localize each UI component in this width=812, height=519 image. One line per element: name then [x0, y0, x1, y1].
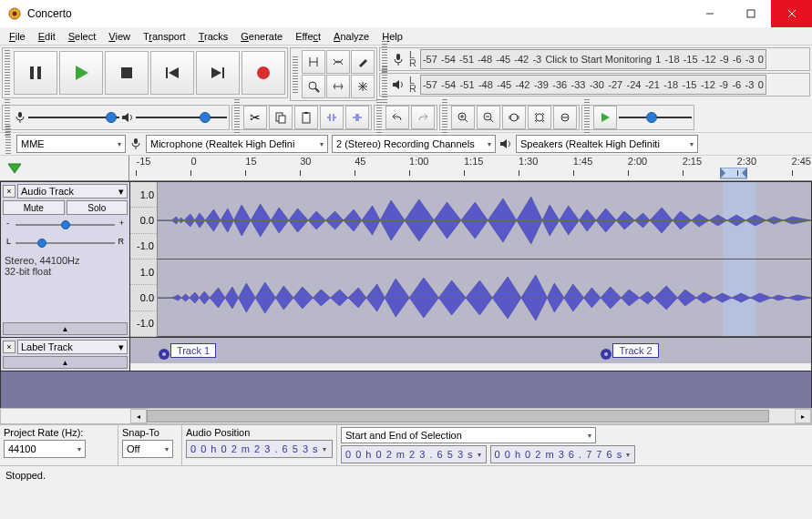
fit-selection-button[interactable] [502, 106, 526, 129]
loop-region-marker[interactable] [720, 168, 747, 180]
toolbar-grip[interactable] [442, 99, 447, 136]
menu-tracks[interactable]: Tracks [193, 29, 234, 44]
play-at-speed-button[interactable] [593, 106, 617, 129]
paste-button[interactable] [294, 106, 318, 129]
track-menu-button[interactable]: Label Track▾ [17, 340, 128, 354]
toolbar-grip[interactable] [234, 99, 240, 136]
maximize-button[interactable] [730, 0, 771, 27]
timeline-ruler[interactable]: -1501530451:001:151:301:452:002:152:302:… [0, 156, 812, 181]
skip-start-button[interactable] [150, 51, 194, 95]
playback-volume-slider[interactable] [136, 109, 227, 126]
gain-slider[interactable]: -+ [6, 219, 124, 231]
close-button[interactable] [771, 0, 812, 27]
tracks-empty-area[interactable] [0, 371, 812, 408]
minimize-button[interactable] [689, 0, 730, 27]
audio-position-field[interactable]: 0 0 h 0 2 m 2 3 . 6 5 3 s▾ [186, 440, 333, 458]
redo-button[interactable] [411, 106, 435, 129]
menu-edit[interactable]: Edit [33, 29, 61, 44]
scroll-right-button[interactable]: ▸ [795, 409, 811, 423]
label-marker[interactable]: Track 1 [158, 340, 216, 361]
recording-device-combo[interactable]: Microphone (Realtek High Defini▾ [146, 135, 328, 153]
toolbar-grip[interactable] [5, 50, 10, 96]
envelope-tool[interactable] [326, 50, 350, 74]
recording-meter-bar[interactable]: -57-54-51-48-45-42-3 Click to Start Moni… [420, 49, 766, 69]
toolbar-grip[interactable] [376, 99, 382, 136]
ruler-tick: 2:45 [792, 156, 811, 167]
label-marker[interactable]: Track 2 [600, 340, 658, 361]
cut-button[interactable]: ✂ [243, 106, 267, 129]
playback-meter-bar[interactable]: -57-54-51-48-45-42-39-36-33-30-27-24-21-… [420, 75, 766, 95]
scroll-left-button[interactable]: ◂ [130, 409, 147, 423]
recording-volume-slider[interactable] [28, 109, 119, 126]
project-rate-combo[interactable]: 44100▾ [4, 440, 86, 458]
toolbar-grip[interactable] [382, 66, 387, 103]
pause-button[interactable] [14, 51, 57, 95]
stop-button[interactable] [105, 51, 149, 95]
timeshift-tool[interactable] [326, 75, 350, 98]
trim-button[interactable] [320, 106, 344, 129]
menu-analyze[interactable]: Analyze [328, 29, 375, 44]
mute-button[interactable]: Mute [3, 200, 65, 215]
undo-toolbar [374, 105, 437, 130]
scroll-track[interactable] [147, 409, 795, 423]
zoom-in-button[interactable] [451, 106, 475, 129]
menu-view[interactable]: View [103, 29, 136, 44]
waveform-area[interactable] [158, 182, 811, 337]
track-menu-button[interactable]: Audio Track▾ [17, 184, 128, 198]
svg-point-14 [257, 66, 270, 79]
copy-button[interactable] [269, 106, 293, 129]
edit-toolbar: ✂ [231, 105, 372, 130]
silence-button[interactable] [345, 106, 369, 129]
toolbar-row-1: LR -57-54-51-48-45-42-3 Click to Start M… [0, 46, 812, 103]
recording-channels-combo[interactable]: 2 (Stereo) Recording Channels▾ [332, 135, 496, 153]
label-text[interactable]: Track 2 [612, 343, 658, 358]
undo-button[interactable] [385, 106, 409, 129]
selection-end-field[interactable]: 0 0 h 0 2 m 3 6 . 7 7 6 s▾ [490, 445, 636, 463]
solo-button[interactable]: Solo [67, 200, 128, 215]
record-button[interactable] [242, 51, 285, 95]
meter-lr-label: LR [407, 51, 418, 67]
scroll-thumb[interactable] [147, 410, 769, 422]
label-track-body[interactable]: Track 1 Track 2 [130, 338, 811, 363]
svg-marker-38 [8, 164, 21, 173]
menu-effect[interactable]: Effect [290, 29, 326, 44]
menu-file[interactable]: File [4, 29, 31, 44]
play-button[interactable] [59, 51, 103, 95]
draw-tool[interactable] [351, 50, 375, 74]
playback-device-combo[interactable]: Speakers (Realtek High Definiti▾ [516, 135, 698, 153]
label-text[interactable]: Track 1 [170, 343, 216, 358]
pin-icon [7, 163, 22, 174]
menu-select[interactable]: Select [63, 29, 102, 44]
ruler-tick: 1:15 [464, 156, 483, 167]
track-collapse-button[interactable]: ▲ [3, 322, 128, 335]
track-close-button[interactable]: × [3, 341, 15, 353]
svg-rect-22 [279, 116, 285, 123]
pan-slider[interactable]: LR [6, 237, 124, 249]
zoom-tool[interactable] [302, 75, 325, 98]
multi-tool[interactable] [351, 75, 375, 98]
track-control-panel: × Label Track▾ ▲ [1, 338, 130, 371]
track-format-info: Stereo, 44100Hz 32-bit float [3, 253, 128, 279]
menu-transport[interactable]: Transport [138, 29, 191, 44]
toolbar-grip[interactable] [584, 99, 590, 136]
snap-to-combo[interactable]: Off▾ [122, 440, 173, 458]
track-close-button[interactable]: × [3, 185, 15, 198]
zoom-out-button[interactable] [477, 106, 500, 129]
fit-project-button[interactable] [528, 106, 551, 129]
mic-icon [391, 52, 406, 66]
selection-tool[interactable] [302, 50, 325, 74]
mic-icon [14, 111, 26, 124]
selection-start-field[interactable]: 0 0 h 0 2 m 2 3 . 6 5 3 s▾ [341, 445, 487, 463]
speaker-icon [499, 137, 512, 150]
svg-rect-6 [30, 66, 34, 79]
ruler-left [0, 156, 129, 180]
svg-rect-23 [303, 113, 310, 123]
toolbar-grip[interactable] [293, 56, 298, 93]
menu-generate[interactable]: Generate [235, 29, 288, 44]
audio-host-combo[interactable]: MME▾ [16, 135, 126, 153]
skip-end-button[interactable] [196, 51, 240, 95]
zoom-toggle-button[interactable] [553, 106, 577, 129]
selection-mode-combo[interactable]: Start and End of Selection▾ [341, 427, 596, 443]
track-collapse-button[interactable]: ▲ [3, 356, 128, 369]
playback-speed-slider[interactable] [619, 109, 692, 126]
